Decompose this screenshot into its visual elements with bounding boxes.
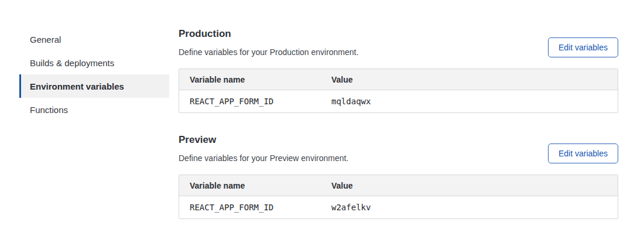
production-section: Production Define variables for your Pro… — [179, 28, 618, 113]
table-header-row: Variable name Value — [179, 69, 618, 90]
table-row: REACT_APP_FORM_ID w2afelkv — [179, 196, 618, 218]
environment-variables-content: Production Define variables for your Pro… — [179, 0, 618, 219]
variable-name-cell: REACT_APP_FORM_ID — [179, 97, 321, 106]
variable-value-cell: mqldaqwx — [321, 97, 618, 106]
sidebar-item-general[interactable]: General — [19, 28, 169, 51]
column-header-variable-name: Variable name — [179, 181, 321, 190]
production-variables-table: Variable name Value REACT_APP_FORM_ID mq… — [179, 69, 618, 113]
table-row: REACT_APP_FORM_ID mqldaqwx — [179, 90, 618, 112]
preview-variables-table: Variable name Value REACT_APP_FORM_ID w2… — [179, 175, 618, 219]
variable-value-cell: w2afelkv — [321, 203, 618, 212]
preview-section: Preview Define variables for your Previe… — [179, 134, 618, 219]
sidebar-item-builds-deployments[interactable]: Builds & deployments — [19, 51, 169, 74]
table-header-row: Variable name Value — [179, 175, 618, 196]
sidebar-item-functions[interactable]: Functions — [19, 98, 169, 121]
production-edit-variables-button[interactable]: Edit variables — [548, 37, 618, 57]
settings-sidebar: General Builds & deployments Environment… — [19, 0, 169, 121]
preview-edit-variables-button[interactable]: Edit variables — [548, 144, 618, 163]
settings-page: General Builds & deployments Environment… — [0, 0, 644, 219]
sidebar-item-environment-variables[interactable]: Environment variables — [19, 74, 169, 98]
column-header-variable-name: Variable name — [179, 75, 321, 84]
variable-name-cell: REACT_APP_FORM_ID — [179, 203, 321, 212]
column-header-value: Value — [321, 75, 618, 84]
column-header-value: Value — [321, 181, 618, 190]
